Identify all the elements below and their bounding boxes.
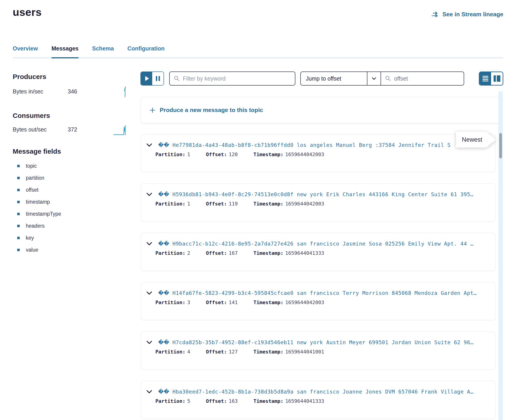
partition-label: Partition: bbox=[155, 201, 185, 207]
partition-value: 4 bbox=[187, 349, 190, 355]
message-key-and-value[interactable]: Hba30eed7-1edc-452b-8b1a-738d3b5d8a9a sa… bbox=[172, 389, 473, 395]
scrollbar-thumb[interactable] bbox=[499, 133, 502, 158]
partition-label: Partition: bbox=[155, 398, 185, 404]
message-field-value[interactable]: value bbox=[13, 244, 99, 256]
produce-button-label: Produce a new message to this topic bbox=[160, 107, 263, 114]
play-pause-toggle bbox=[140, 72, 164, 86]
offset-value: 119 bbox=[229, 201, 238, 207]
message-row[interactable]: �� H14fa67fe-5823-4299-b3c4-595845cfcae0… bbox=[141, 282, 495, 320]
scrollbar-track[interactable] bbox=[498, 91, 503, 420]
newest-tooltip: Newest bbox=[456, 132, 496, 148]
page-title: users bbox=[13, 6, 42, 18]
chevron-down-icon[interactable] bbox=[146, 341, 152, 345]
message-row[interactable]: �� Hba30eed7-1edc-452b-8b1a-738d3b5d8a9a… bbox=[141, 381, 495, 419]
producers-heading: Producers bbox=[13, 73, 46, 81]
offset-value: 127 bbox=[229, 349, 238, 355]
message-key-and-value[interactable]: H7cda825b-35b7-4952-88ef-c193d546eb11 ne… bbox=[172, 339, 473, 345]
see-in-stream-lineage-link[interactable]: See in Stream lineage bbox=[431, 11, 503, 18]
field-label: timestamp bbox=[26, 199, 50, 205]
filter-keyword-input[interactable] bbox=[183, 75, 295, 82]
produce-message-button[interactable]: Produce a new message to this topic bbox=[141, 97, 501, 123]
consumers-heading: Consumers bbox=[13, 112, 50, 120]
bytes-out-label: Bytes out/sec bbox=[13, 126, 47, 133]
field-label: partition bbox=[26, 175, 44, 181]
topic-messages-page: users See in Stream lineage OverviewMess… bbox=[0, 0, 516, 420]
chevron-down-icon[interactable] bbox=[146, 291, 152, 295]
offset-value: 167 bbox=[229, 250, 238, 256]
message-list: �� He77981da-4a43-48ab-b8f8-cb71b96ffdd0… bbox=[141, 134, 495, 419]
offset-label: Offset: bbox=[206, 152, 227, 157]
message-field-offset[interactable]: offset bbox=[13, 184, 99, 196]
jump-to-offset-select[interactable]: Jump to offset bbox=[300, 72, 381, 86]
message-field-headers[interactable]: headers bbox=[13, 220, 99, 232]
partition-meta: Partition:3 bbox=[155, 300, 190, 305]
bytes-out-sparkline bbox=[113, 124, 129, 137]
message-row[interactable]: �� H5936db81-b943-4e0f-8c29-74513e0c0d8f… bbox=[141, 184, 495, 222]
partition-meta: Partition:2 bbox=[155, 250, 190, 256]
message-key-and-value[interactable]: H9bacc71c-b12c-4216-8e95-2a7da727e426 sa… bbox=[172, 241, 473, 247]
field-bullet-icon bbox=[17, 225, 20, 227]
chevron-down-icon[interactable] bbox=[146, 193, 152, 196]
list-view-icon bbox=[482, 75, 489, 82]
message-row[interactable]: �� H7cda825b-35b7-4952-88ef-c193d546eb11… bbox=[141, 331, 495, 369]
column-view-button[interactable] bbox=[491, 72, 503, 85]
offset-label: Offset: bbox=[206, 250, 227, 256]
tabs-bar: OverviewMessagesSchemaConfiguration bbox=[13, 45, 503, 59]
message-key-and-value[interactable]: He77981da-4a43-48ab-b8f8-cb71b96ffdd0 lo… bbox=[172, 142, 451, 148]
message-fields-heading: Message fields bbox=[13, 148, 61, 155]
message-field-timestamp[interactable]: timestamp bbox=[13, 196, 99, 208]
timestamp-meta: Timestamp:1659644042003 bbox=[254, 201, 324, 207]
partition-label: Partition: bbox=[155, 300, 185, 305]
play-button[interactable] bbox=[141, 72, 152, 85]
pause-button[interactable] bbox=[152, 72, 163, 85]
message-field-topic[interactable]: topic bbox=[13, 160, 99, 172]
field-label: topic bbox=[26, 163, 37, 169]
list-view-button[interactable] bbox=[479, 72, 491, 85]
field-bullet-icon bbox=[17, 177, 20, 179]
tab-configuration[interactable]: Configuration bbox=[128, 45, 165, 58]
offset-value: 120 bbox=[229, 152, 238, 157]
field-bullet-icon bbox=[17, 237, 20, 239]
message-field-key[interactable]: key bbox=[13, 232, 99, 244]
tab-overview[interactable]: Overview bbox=[13, 45, 38, 58]
tab-messages[interactable]: Messages bbox=[51, 45, 79, 58]
partition-value: 3 bbox=[187, 300, 190, 305]
message-field-partition[interactable]: partition bbox=[13, 172, 99, 184]
timestamp-label: Timestamp: bbox=[254, 300, 283, 305]
offset-label: Offset: bbox=[206, 201, 227, 207]
lineage-link-label: See in Stream lineage bbox=[442, 11, 503, 18]
message-key-and-value[interactable]: H5936db81-b943-4e0f-8c29-74513e0c0d8f ne… bbox=[172, 191, 473, 197]
timestamp-meta: Timestamp:1659644042003 bbox=[254, 300, 324, 305]
offset-label: Offset: bbox=[206, 300, 227, 305]
chevron-down-icon[interactable] bbox=[146, 143, 152, 147]
play-icon bbox=[145, 76, 149, 81]
timestamp-value: 1659644041001 bbox=[285, 349, 324, 355]
offset-meta: Offset:163 bbox=[206, 398, 238, 404]
timestamp-value: 1659644041333 bbox=[285, 250, 324, 256]
timestamp-label: Timestamp: bbox=[254, 398, 283, 404]
offset-search-box bbox=[381, 72, 464, 86]
message-key-and-value[interactable]: H14fa67fe-5823-4299-b3c4-595845cfcae0 sa… bbox=[172, 290, 477, 296]
timestamp-meta: Timestamp:1659644042003 bbox=[254, 152, 324, 157]
chevron-down-icon[interactable] bbox=[146, 390, 152, 394]
timestamp-value: 1659644041333 bbox=[285, 398, 324, 404]
pause-icon bbox=[156, 76, 160, 81]
tab-schema[interactable]: Schema bbox=[92, 45, 114, 58]
partition-value: 1 bbox=[187, 201, 190, 207]
message-row[interactable]: �� He77981da-4a43-48ab-b8f8-cb71b96ffdd0… bbox=[141, 134, 495, 172]
field-label: key bbox=[26, 235, 34, 241]
tabs-underline bbox=[13, 57, 503, 58]
message-field-timestamptype[interactable]: timestampType bbox=[13, 208, 99, 220]
partition-meta: Partition:1 bbox=[155, 201, 190, 207]
field-bullet-icon bbox=[17, 249, 20, 251]
bytes-out-value: 372 bbox=[68, 126, 77, 133]
jump-to-offset-value: Jump to offset bbox=[306, 75, 367, 82]
field-bullet-icon bbox=[17, 201, 20, 203]
message-key-icon: �� bbox=[158, 192, 169, 197]
field-label: offset bbox=[26, 187, 39, 193]
bytes-in-value: 346 bbox=[68, 88, 77, 95]
chevron-down-icon[interactable] bbox=[146, 242, 152, 246]
offset-search-input[interactable] bbox=[394, 75, 464, 82]
offset-meta: Offset:141 bbox=[206, 300, 238, 305]
message-row[interactable]: �� H9bacc71c-b12c-4216-8e95-2a7da727e426… bbox=[141, 233, 495, 271]
